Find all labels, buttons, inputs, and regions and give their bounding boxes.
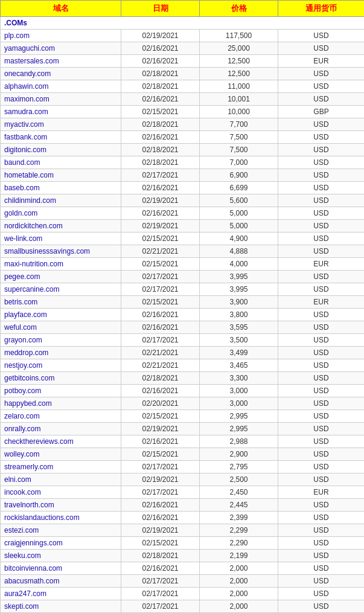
price-cell: 3,800 xyxy=(200,309,278,321)
domain-cell[interactable]: goldn.com xyxy=(1,207,121,220)
domain-cell[interactable]: getbitcoins.com xyxy=(1,372,121,385)
date-cell: 02/15/2021 xyxy=(121,233,200,245)
table-row: baund.com02/18/20217,000USD xyxy=(1,156,365,169)
table-row: onecandy.com02/18/202112,500USD xyxy=(1,68,365,80)
date-cell: 02/18/2021 xyxy=(121,80,200,93)
date-cell: 02/19/2021 xyxy=(121,423,200,435)
currency-cell: USD xyxy=(278,309,365,321)
domain-cell[interactable]: weful.com xyxy=(1,321,121,334)
currency-cell: USD xyxy=(278,423,365,435)
domain-cell[interactable]: baund.com xyxy=(1,156,121,169)
domain-cell[interactable]: travelnorth.com xyxy=(1,499,121,512)
domain-cell[interactable]: onecandy.com xyxy=(1,68,121,80)
date-cell: 02/16/2021 xyxy=(121,321,200,334)
domain-cell[interactable]: checkthereviews.com xyxy=(1,435,121,448)
price-cell: 2,988 xyxy=(200,435,278,448)
col-domain: 域名 xyxy=(1,1,121,17)
currency-cell: USD xyxy=(278,42,365,55)
domain-cell[interactable]: childinmind.com xyxy=(1,194,121,207)
domain-cell[interactable]: wolley.com xyxy=(1,448,121,461)
domain-cell[interactable]: hometable.com xyxy=(1,169,121,182)
domain-cell[interactable]: betris.com xyxy=(1,296,121,309)
price-cell: 6,900 xyxy=(200,169,278,182)
header-row: 域名 日期 价格 通用货币 xyxy=(1,1,365,17)
date-cell: 02/16/2021 xyxy=(121,435,200,448)
price-cell: 2,995 xyxy=(200,423,278,435)
domain-cell[interactable]: nordickitchen.com xyxy=(1,220,121,233)
domain-cell[interactable]: we-link.com xyxy=(1,233,121,245)
domain-cell[interactable]: grayon.com xyxy=(1,334,121,347)
domain-cell[interactable]: pegee.com xyxy=(1,271,121,283)
domain-cell[interactable]: playface.com xyxy=(1,309,121,321)
domain-cell[interactable]: maximon.com xyxy=(1,93,121,106)
domain-cell[interactable]: maxi-nutrition.com xyxy=(1,258,121,271)
domain-cell[interactable]: plp.com xyxy=(1,30,121,42)
domain-cell[interactable]: smallbusinesssavings.com xyxy=(1,245,121,258)
date-cell: 02/15/2021 xyxy=(121,537,200,550)
currency-cell: USD xyxy=(278,283,365,296)
domain-cell[interactable]: happybed.com xyxy=(1,397,121,410)
domain-cell[interactable]: streamerly.com xyxy=(1,461,121,473)
domain-table: 域名 日期 价格 通用货币 .COMsplp.com02/19/2021117,… xyxy=(0,0,364,613)
table-row: smallbusinesssavings.com02/21/20214,888U… xyxy=(1,245,365,258)
domain-cell[interactable]: estezi.com xyxy=(1,524,121,537)
domain-cell[interactable]: fastbank.com xyxy=(1,131,121,144)
table-row: skepti.com02/17/20212,000USD xyxy=(1,600,365,613)
table-row: childinmind.com02/19/20215,600USD xyxy=(1,194,365,207)
date-cell: 02/16/2021 xyxy=(121,499,200,512)
domain-cell[interactable]: digitonic.com xyxy=(1,144,121,156)
date-cell: 02/19/2021 xyxy=(121,524,200,537)
price-cell: 7,500 xyxy=(200,144,278,156)
table-row: pegee.com02/17/20213,995USD xyxy=(1,271,365,283)
currency-cell: USD xyxy=(278,512,365,524)
currency-cell: USD xyxy=(278,347,365,359)
table-row: samudra.com02/15/202110,000GBP xyxy=(1,106,365,118)
domain-cell[interactable]: baseb.com xyxy=(1,182,121,194)
currency-cell: USD xyxy=(278,334,365,347)
date-cell: 02/17/2021 xyxy=(121,575,200,588)
price-cell: 2,000 xyxy=(200,575,278,588)
price-cell: 3,300 xyxy=(200,372,278,385)
domain-cell[interactable]: myactiv.com xyxy=(1,118,121,131)
domain-cell[interactable]: incook.com xyxy=(1,486,121,499)
currency-cell: USD xyxy=(278,321,365,334)
domain-cell[interactable]: elni.com xyxy=(1,473,121,486)
price-cell: 2,995 xyxy=(200,410,278,423)
domain-cell[interactable]: zelaro.com xyxy=(1,410,121,423)
col-currency: 通用货币 xyxy=(278,1,365,17)
domain-cell[interactable]: bitcoinvienna.com xyxy=(1,562,121,575)
currency-cell: EUR xyxy=(278,296,365,309)
domain-cell[interactable]: craigjennings.com xyxy=(1,537,121,550)
date-cell: 02/16/2021 xyxy=(121,55,200,68)
date-cell: 02/15/2021 xyxy=(121,410,200,423)
table-row: yamaguchi.com02/16/202125,000USD xyxy=(1,42,365,55)
domain-cell[interactable]: meddrop.com xyxy=(1,347,121,359)
date-cell: 02/19/2021 xyxy=(121,220,200,233)
date-cell: 02/18/2021 xyxy=(121,144,200,156)
price-cell: 10,000 xyxy=(200,106,278,118)
domain-cell[interactable]: potboy.com xyxy=(1,385,121,397)
domain-cell[interactable]: onrally.com xyxy=(1,423,121,435)
domain-cell[interactable]: yamaguchi.com xyxy=(1,42,121,55)
currency-cell: USD xyxy=(278,600,365,613)
domain-cell[interactable]: supercanine.com xyxy=(1,283,121,296)
domain-cell[interactable]: samudra.com xyxy=(1,106,121,118)
domain-cell[interactable]: rockislandauctions.com xyxy=(1,512,121,524)
domain-cell[interactable]: sleeku.com xyxy=(1,550,121,562)
domain-cell[interactable]: nestjoy.com xyxy=(1,359,121,372)
table-row: meddrop.com02/21/20213,499USD xyxy=(1,347,365,359)
domain-cell[interactable]: abacusmath.com xyxy=(1,575,121,588)
domain-cell[interactable]: aura247.com xyxy=(1,588,121,600)
currency-cell: USD xyxy=(278,220,365,233)
price-cell: 4,000 xyxy=(200,258,278,271)
table-row: abacusmath.com02/17/20212,000USD xyxy=(1,575,365,588)
price-cell: 2,000 xyxy=(200,600,278,613)
domain-cell[interactable]: mastersales.com xyxy=(1,55,121,68)
domain-cell[interactable]: alphawin.com xyxy=(1,80,121,93)
date-cell: 02/16/2021 xyxy=(121,42,200,55)
price-cell: 2,199 xyxy=(200,550,278,562)
domain-cell[interactable]: skepti.com xyxy=(1,600,121,613)
date-cell: 02/16/2021 xyxy=(121,131,200,144)
price-cell: 3,595 xyxy=(200,321,278,334)
table-row: betris.com02/15/20213,900EUR xyxy=(1,296,365,309)
